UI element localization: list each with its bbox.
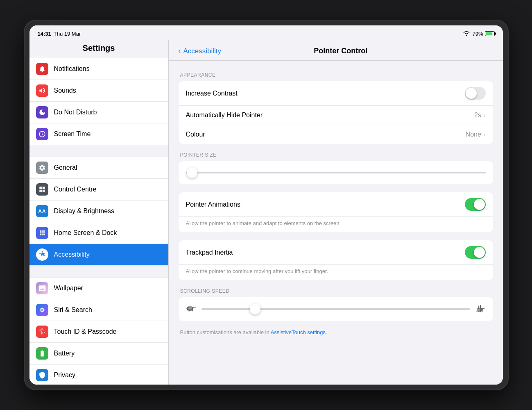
pointer-animations-row[interactable]: Pointer Animations xyxy=(179,192,493,217)
sidebar-item-screentime[interactable]: Screen Time xyxy=(29,123,168,145)
privacy-icon xyxy=(36,369,48,381)
battery-icon xyxy=(485,31,495,36)
back-label: Accessibility xyxy=(183,47,222,55)
appearance-section-label: APPEARANCE xyxy=(179,72,493,78)
increase-contrast-row[interactable]: Increase Contrast xyxy=(179,81,493,106)
sidebar-item-touchid[interactable]: Touch ID & Passcode xyxy=(29,321,168,343)
scroll-fast-icon xyxy=(474,303,486,315)
sidebar-section-3: Wallpaper Siri & Search xyxy=(29,277,168,385)
detail-header: ‹ Accessibility Pointer Control xyxy=(169,40,503,61)
sidebar-item-privacy[interactable]: Privacy xyxy=(29,364,168,385)
pointer-animations-toggle-thumb xyxy=(474,199,485,210)
trackpad-inertia-toggle-thumb xyxy=(474,247,485,258)
toggle-thumb xyxy=(466,88,477,99)
colour-row[interactable]: Colour None › xyxy=(179,125,493,144)
auto-hide-chevron-icon: › xyxy=(484,112,486,118)
trackpad-inertia-row[interactable]: Trackpad Inertia xyxy=(179,240,493,265)
auto-hide-pointer-label: Automatically Hide Pointer xyxy=(186,112,474,119)
scrolling-speed-slider-container xyxy=(201,303,470,315)
sidebar-section-1: Notifications Sounds xyxy=(29,58,168,145)
sidebar-item-accessibility[interactable]: Accessibility xyxy=(29,244,168,266)
sounds-label: Sounds xyxy=(54,87,76,94)
pointer-size-section-label: POINTER SIZE xyxy=(179,152,493,158)
trackpad-inertia-label: Trackpad Inertia xyxy=(186,249,465,256)
svg-rect-12 xyxy=(478,305,479,308)
footer-note: Button customisations are available in A… xyxy=(179,329,493,335)
svg-point-0 xyxy=(41,251,43,253)
colour-chevron-icon: › xyxy=(484,131,486,138)
pointer-size-slider-thumb[interactable] xyxy=(187,167,197,178)
status-time: 14:31 xyxy=(38,31,51,37)
pointer-animations-toggle[interactable] xyxy=(465,198,486,211)
detail-panel: ‹ Accessibility Pointer Control APPEARAN… xyxy=(169,40,503,385)
pointer-animations-label: Pointer Animations xyxy=(186,201,465,208)
sidebar-item-controlcentre[interactable]: Control Centre xyxy=(29,179,168,200)
svg-rect-17 xyxy=(482,311,482,312)
svg-rect-8 xyxy=(192,310,192,311)
scrolling-speed-slider-fill xyxy=(201,308,255,310)
general-icon xyxy=(36,162,48,174)
scrolling-speed-row xyxy=(179,297,493,321)
siri-icon xyxy=(36,304,48,316)
sidebar-item-wallpaper[interactable]: Wallpaper xyxy=(29,277,168,299)
back-button[interactable]: ‹ Accessibility xyxy=(179,47,222,55)
svg-rect-14 xyxy=(476,311,477,312)
detail-title: Pointer Control xyxy=(221,47,460,55)
battery-container: 79% xyxy=(472,31,494,37)
scrolling-speed-section-label: SCROLLING SPEED xyxy=(179,288,493,294)
svg-rect-13 xyxy=(480,305,481,308)
scroll-slow-icon xyxy=(186,303,197,315)
screentime-icon xyxy=(36,128,48,140)
sidebar-item-siri[interactable]: Siri & Search xyxy=(29,299,168,321)
section-gap-2 xyxy=(29,266,168,277)
sidebar-item-general[interactable]: General xyxy=(29,157,168,179)
sidebar-item-notifications[interactable]: Notifications xyxy=(29,58,168,80)
wifi-icon xyxy=(463,31,470,37)
controlcentre-icon xyxy=(36,183,48,196)
displaybrightness-label: Display & Brightness xyxy=(54,207,115,215)
sidebar-item-battery[interactable]: Battery xyxy=(29,343,168,364)
privacy-label: Privacy xyxy=(54,371,75,379)
colour-label: Colour xyxy=(186,131,466,138)
battery-percent: 79% xyxy=(472,31,483,37)
battery-label: Battery xyxy=(54,350,75,357)
sidebar-item-donotdisturb[interactable]: Do Not Disturb xyxy=(29,102,168,123)
wallpaper-label: Wallpaper xyxy=(54,285,83,292)
pointer-animations-description: Allow the pointer to animate and adapt t… xyxy=(179,217,493,232)
displaybrightness-icon: AA xyxy=(36,205,48,217)
notifications-label: Notifications xyxy=(54,65,90,73)
pointer-size-slider-track[interactable] xyxy=(186,172,486,173)
increase-contrast-toggle[interactable] xyxy=(465,87,486,100)
svg-point-4 xyxy=(188,307,189,308)
general-label: General xyxy=(54,164,77,171)
content-area: APPEARANCE Increase Contrast Automatical… xyxy=(169,61,503,347)
battery-sidebar-icon xyxy=(36,347,48,360)
ipad-frame: 14:31 Thu 19 Mar 79% xyxy=(25,20,508,390)
auto-hide-pointer-value: 2s xyxy=(474,112,481,119)
scrolling-speed-slider-thumb[interactable] xyxy=(250,304,260,314)
svg-rect-7 xyxy=(190,310,191,312)
scrolling-speed-slider-track[interactable] xyxy=(201,308,470,310)
svg-rect-6 xyxy=(189,310,190,312)
sidebar: Settings Notifications xyxy=(29,40,169,385)
svg-point-10 xyxy=(477,308,480,311)
svg-point-3 xyxy=(188,306,192,310)
screentime-label: Screen Time xyxy=(54,130,91,138)
assistivetouch-link[interactable]: AssistiveTouch settings. xyxy=(271,329,327,335)
sidebar-item-homescreen[interactable]: Home Screen & Dock xyxy=(29,222,168,244)
auto-hide-pointer-row[interactable]: Automatically Hide Pointer 2s › xyxy=(179,106,493,125)
status-right: 79% xyxy=(463,31,494,37)
pointer-animations-card: Pointer Animations Allow the pointer to … xyxy=(179,192,493,232)
svg-rect-5 xyxy=(188,310,188,311)
sidebar-item-displaybrightness[interactable]: AA Display & Brightness xyxy=(29,200,168,222)
touchid-icon xyxy=(36,326,48,338)
sounds-icon xyxy=(36,84,48,97)
colour-value: None xyxy=(466,131,481,138)
sidebar-title: Settings xyxy=(29,40,168,58)
donotdisturb-label: Do Not Disturb xyxy=(54,109,97,116)
sidebar-item-sounds[interactable]: Sounds xyxy=(29,80,168,102)
homescreen-icon xyxy=(36,227,48,239)
trackpad-inertia-description: Allow the pointer to continue moving aft… xyxy=(179,265,493,280)
pointer-size-slider-container xyxy=(179,161,493,184)
trackpad-inertia-toggle[interactable] xyxy=(465,246,486,259)
